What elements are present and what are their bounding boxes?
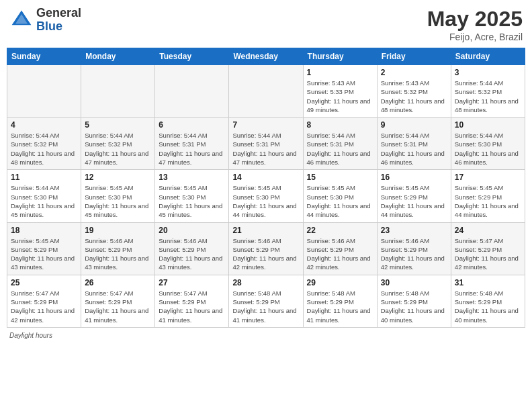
- calendar-day-header: Friday: [377, 48, 451, 65]
- day-info: Sunrise: 5:44 AM Sunset: 5:31 PM Dayligh…: [232, 131, 299, 167]
- calendar-cell: 23Sunrise: 5:46 AM Sunset: 5:29 PM Dayli…: [377, 222, 451, 275]
- day-info: Sunrise: 5:45 AM Sunset: 5:30 PM Dayligh…: [159, 183, 225, 219]
- day-info: Sunrise: 5:45 AM Sunset: 5:29 PM Dayligh…: [381, 183, 447, 219]
- day-info: Sunrise: 5:46 AM Sunset: 5:29 PM Dayligh…: [381, 236, 447, 272]
- calendar-cell: [81, 65, 155, 118]
- day-info: Sunrise: 5:44 AM Sunset: 5:30 PM Dayligh…: [455, 131, 521, 167]
- calendar-week-row: 25Sunrise: 5:47 AM Sunset: 5:29 PM Dayli…: [7, 275, 525, 327]
- calendar-cell: 12Sunrise: 5:45 AM Sunset: 5:30 PM Dayli…: [81, 170, 155, 222]
- day-info: Sunrise: 5:44 AM Sunset: 5:31 PM Dayligh…: [381, 131, 447, 167]
- calendar-cell: 24Sunrise: 5:47 AM Sunset: 5:29 PM Dayli…: [451, 222, 525, 275]
- calendar-cell: 7Sunrise: 5:44 AM Sunset: 5:31 PM Daylig…: [229, 118, 303, 170]
- calendar-cell: 14Sunrise: 5:45 AM Sunset: 5:30 PM Dayli…: [229, 170, 303, 222]
- day-info: Sunrise: 5:45 AM Sunset: 5:30 PM Dayligh…: [232, 183, 299, 219]
- day-info: Sunrise: 5:48 AM Sunset: 5:29 PM Dayligh…: [307, 289, 373, 324]
- calendar-cell: 6Sunrise: 5:44 AM Sunset: 5:31 PM Daylig…: [155, 118, 229, 170]
- day-info: Sunrise: 5:47 AM Sunset: 5:29 PM Dayligh…: [11, 289, 77, 324]
- day-info: Sunrise: 5:47 AM Sunset: 5:29 PM Dayligh…: [159, 289, 225, 324]
- calendar-cell: 29Sunrise: 5:48 AM Sunset: 5:29 PM Dayli…: [303, 275, 377, 327]
- day-number: 15: [307, 173, 373, 182]
- calendar-week-row: 1Sunrise: 5:43 AM Sunset: 5:33 PM Daylig…: [7, 65, 525, 118]
- calendar-cell: [7, 65, 81, 118]
- day-number: 13: [159, 173, 225, 182]
- calendar-cell: 8Sunrise: 5:44 AM Sunset: 5:31 PM Daylig…: [303, 118, 377, 170]
- day-info: Sunrise: 5:48 AM Sunset: 5:29 PM Dayligh…: [381, 289, 447, 324]
- day-number: 31: [455, 278, 521, 287]
- day-number: 1: [307, 68, 373, 77]
- calendar-week-row: 11Sunrise: 5:44 AM Sunset: 5:30 PM Dayli…: [7, 170, 525, 222]
- calendar-cell: 4Sunrise: 5:44 AM Sunset: 5:32 PM Daylig…: [7, 118, 81, 170]
- day-number: 22: [307, 226, 373, 235]
- calendar-cell: 28Sunrise: 5:48 AM Sunset: 5:29 PM Dayli…: [229, 275, 303, 327]
- day-number: 6: [159, 120, 225, 130]
- day-number: 28: [232, 278, 299, 287]
- day-info: Sunrise: 5:44 AM Sunset: 5:31 PM Dayligh…: [159, 131, 225, 167]
- calendar-day-header: Tuesday: [155, 48, 229, 65]
- day-info: Sunrise: 5:44 AM Sunset: 5:31 PM Dayligh…: [307, 131, 373, 167]
- calendar-day-header: Saturday: [451, 48, 525, 65]
- logo-blue-text: Blue: [36, 20, 81, 34]
- day-number: 9: [381, 120, 447, 130]
- page-header: General Blue May 2025 Feijo, Acre, Brazi…: [7, 7, 525, 42]
- day-number: 8: [307, 120, 373, 130]
- day-info: Sunrise: 5:44 AM Sunset: 5:32 PM Dayligh…: [85, 131, 151, 167]
- calendar-week-row: 4Sunrise: 5:44 AM Sunset: 5:32 PM Daylig…: [7, 118, 525, 170]
- calendar-cell: 2Sunrise: 5:43 AM Sunset: 5:32 PM Daylig…: [377, 65, 451, 118]
- calendar-week-row: 18Sunrise: 5:45 AM Sunset: 5:29 PM Dayli…: [7, 222, 525, 275]
- calendar-day-header: Sunday: [7, 48, 81, 65]
- calendar-cell: 10Sunrise: 5:44 AM Sunset: 5:30 PM Dayli…: [451, 118, 525, 170]
- calendar-footer: Daylight hours: [7, 332, 525, 339]
- calendar-cell: 5Sunrise: 5:44 AM Sunset: 5:32 PM Daylig…: [81, 118, 155, 170]
- day-number: 29: [307, 278, 373, 287]
- calendar-cell: 27Sunrise: 5:47 AM Sunset: 5:29 PM Dayli…: [155, 275, 229, 327]
- day-info: Sunrise: 5:47 AM Sunset: 5:29 PM Dayligh…: [455, 236, 521, 272]
- day-info: Sunrise: 5:43 AM Sunset: 5:33 PM Dayligh…: [307, 79, 373, 114]
- day-number: 27: [159, 278, 225, 287]
- day-number: 16: [381, 173, 447, 182]
- day-info: Sunrise: 5:48 AM Sunset: 5:29 PM Dayligh…: [232, 289, 299, 324]
- logo-icon: [9, 8, 34, 32]
- day-info: Sunrise: 5:45 AM Sunset: 5:30 PM Dayligh…: [85, 183, 151, 219]
- calendar-day-header: Thursday: [303, 48, 377, 65]
- calendar-cell: 9Sunrise: 5:44 AM Sunset: 5:31 PM Daylig…: [377, 118, 451, 170]
- logo-general-text: General: [36, 7, 81, 20]
- day-number: 19: [85, 226, 151, 235]
- calendar-table: SundayMondayTuesdayWednesdayThursdayFrid…: [7, 48, 525, 328]
- title-block: May 2025 Feijo, Acre, Brazil: [427, 7, 523, 42]
- day-number: 17: [455, 173, 521, 182]
- day-info: Sunrise: 5:45 AM Sunset: 5:29 PM Dayligh…: [11, 236, 77, 272]
- day-number: 7: [232, 120, 299, 130]
- day-number: 14: [232, 173, 299, 182]
- day-number: 23: [381, 226, 447, 235]
- day-number: 3: [455, 68, 521, 77]
- calendar-cell: 21Sunrise: 5:46 AM Sunset: 5:29 PM Dayli…: [229, 222, 303, 275]
- day-info: Sunrise: 5:46 AM Sunset: 5:29 PM Dayligh…: [85, 236, 151, 272]
- calendar-location: Feijo, Acre, Brazil: [427, 32, 523, 42]
- calendar-day-header: Wednesday: [229, 48, 303, 65]
- day-info: Sunrise: 5:44 AM Sunset: 5:30 PM Dayligh…: [11, 183, 77, 219]
- day-number: 25: [11, 278, 77, 287]
- day-number: 20: [159, 226, 225, 235]
- logo: General Blue: [9, 7, 81, 34]
- day-info: Sunrise: 5:45 AM Sunset: 5:29 PM Dayligh…: [455, 183, 521, 219]
- calendar-cell: 22Sunrise: 5:46 AM Sunset: 5:29 PM Dayli…: [303, 222, 377, 275]
- calendar-cell: 31Sunrise: 5:48 AM Sunset: 5:29 PM Dayli…: [451, 275, 525, 327]
- day-number: 5: [85, 120, 151, 130]
- day-info: Sunrise: 5:45 AM Sunset: 5:30 PM Dayligh…: [307, 183, 373, 219]
- day-info: Sunrise: 5:48 AM Sunset: 5:29 PM Dayligh…: [455, 289, 521, 324]
- day-number: 18: [11, 226, 77, 235]
- calendar-cell: 13Sunrise: 5:45 AM Sunset: 5:30 PM Dayli…: [155, 170, 229, 222]
- day-number: 24: [455, 226, 521, 235]
- day-info: Sunrise: 5:46 AM Sunset: 5:29 PM Dayligh…: [232, 236, 299, 272]
- day-number: 2: [381, 68, 447, 77]
- calendar-cell: 25Sunrise: 5:47 AM Sunset: 5:29 PM Dayli…: [7, 275, 81, 327]
- day-number: 11: [11, 173, 77, 182]
- calendar-cell: 19Sunrise: 5:46 AM Sunset: 5:29 PM Dayli…: [81, 222, 155, 275]
- calendar-cell: 18Sunrise: 5:45 AM Sunset: 5:29 PM Dayli…: [7, 222, 81, 275]
- calendar-day-header: Monday: [81, 48, 155, 65]
- day-info: Sunrise: 5:44 AM Sunset: 5:32 PM Dayligh…: [11, 131, 77, 167]
- day-number: 30: [381, 278, 447, 287]
- day-info: Sunrise: 5:47 AM Sunset: 5:29 PM Dayligh…: [85, 289, 151, 324]
- calendar-cell: [229, 65, 303, 118]
- day-info: Sunrise: 5:44 AM Sunset: 5:32 PM Dayligh…: [455, 79, 521, 114]
